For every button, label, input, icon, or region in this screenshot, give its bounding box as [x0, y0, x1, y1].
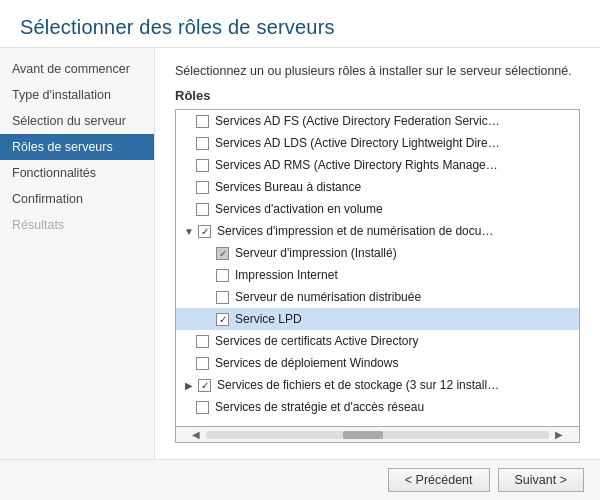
sidebar-item-selection[interactable]: Sélection du serveur [0, 108, 154, 134]
role-text-adfs: Services AD FS (Active Directory Federat… [215, 114, 500, 128]
checkbox-adrms[interactable] [196, 159, 209, 172]
sidebar: Avant de commencerType d'installationSél… [0, 48, 155, 459]
main-description: Sélectionnez un ou plusieurs rôles à ins… [175, 64, 580, 78]
role-text-adlds: Services AD LDS (Active Directory Lightw… [215, 136, 500, 150]
scroll-track [206, 431, 549, 439]
main-panel: Sélectionnez un ou plusieurs rôles à ins… [155, 48, 600, 459]
checkbox-numerisation_distribuee[interactable] [216, 291, 229, 304]
sidebar-item-type[interactable]: Type d'installation [0, 82, 154, 108]
role-item-impression_internet[interactable]: Impression Internet [176, 264, 579, 286]
scroll-thumb [343, 431, 383, 439]
role-item-fichiers[interactable]: ▶✓Services de fichiers et de stockage (3… [176, 374, 579, 396]
sidebar-item-fonctionnalites[interactable]: Fonctionnalités [0, 160, 154, 186]
role-item-adfs[interactable]: Services AD FS (Active Directory Federat… [176, 110, 579, 132]
roles-container: Services AD FS (Active Directory Federat… [175, 109, 580, 443]
content-area: Avant de commencerType d'installationSél… [0, 48, 600, 459]
checkbox-adfs[interactable] [196, 115, 209, 128]
role-text-service_lpd: Service LPD [235, 312, 302, 326]
role-text-impression_parent: Services d'impression et de numérisation… [217, 224, 493, 238]
role-text-activation: Services d'activation en volume [215, 202, 383, 216]
sidebar-item-roles[interactable]: Rôles de serveurs [0, 134, 154, 160]
role-text-serveur_impression: Serveur d'impression (Installé) [235, 246, 397, 260]
scroll-left-arrow[interactable]: ◀ [190, 429, 202, 440]
role-item-impression_parent[interactable]: ▼✓Services d'impression et de numérisati… [176, 220, 579, 242]
checkbox-impression_internet[interactable] [216, 269, 229, 282]
next-button[interactable]: Suivant > [498, 468, 584, 492]
roles-label: Rôles [175, 88, 580, 103]
sidebar-item-confirmation[interactable]: Confirmation [0, 186, 154, 212]
horizontal-scrollbar[interactable]: ◀ ▶ [176, 426, 579, 442]
role-item-deploiement[interactable]: Services de déploiement Windows [176, 352, 579, 374]
role-item-adlds[interactable]: Services AD LDS (Active Directory Lightw… [176, 132, 579, 154]
role-item-bureau[interactable]: Services Bureau à distance [176, 176, 579, 198]
role-text-deploiement: Services de déploiement Windows [215, 356, 398, 370]
role-item-serveur_impression[interactable]: ✓Serveur d'impression (Installé) [176, 242, 579, 264]
window: Sélectionner des rôles de serveurs Avant… [0, 0, 600, 500]
role-text-fichiers: Services de fichiers et de stockage (3 s… [217, 378, 499, 392]
role-item-activation[interactable]: Services d'activation en volume [176, 198, 579, 220]
prev-button[interactable]: < Précédent [388, 468, 490, 492]
checkbox-deploiement[interactable] [196, 357, 209, 370]
role-text-certificats: Services de certificats Active Directory [215, 334, 418, 348]
checkbox-bureau[interactable] [196, 181, 209, 194]
checkbox-strategie[interactable] [196, 401, 209, 414]
checkbox-activation[interactable] [196, 203, 209, 216]
role-text-bureau: Services Bureau à distance [215, 180, 361, 194]
expand-icon-fichiers[interactable]: ▶ [182, 378, 196, 392]
role-item-service_lpd[interactable]: ✓Service LPD [176, 308, 579, 330]
sidebar-item-resultats: Résultats [0, 212, 154, 238]
expand-icon-impression_parent[interactable]: ▼ [182, 224, 196, 238]
role-text-adrms: Services AD RMS (Active Directory Rights… [215, 158, 498, 172]
checkbox-adlds[interactable] [196, 137, 209, 150]
roles-list[interactable]: Services AD FS (Active Directory Federat… [176, 110, 579, 426]
footer: < Précédent Suivant > [0, 459, 600, 500]
scroll-right-arrow[interactable]: ▶ [553, 429, 565, 440]
role-item-adrms[interactable]: Services AD RMS (Active Directory Rights… [176, 154, 579, 176]
page-title: Sélectionner des rôles de serveurs [20, 16, 580, 39]
role-text-impression_internet: Impression Internet [235, 268, 338, 282]
role-text-numerisation_distribuee: Serveur de numérisation distribuée [235, 290, 421, 304]
checkbox-service_lpd[interactable]: ✓ [216, 313, 229, 326]
checkbox-serveur_impression[interactable]: ✓ [216, 247, 229, 260]
checkbox-impression_parent[interactable]: ✓ [198, 225, 211, 238]
role-item-strategie[interactable]: Services de stratégie et d'accès réseau [176, 396, 579, 418]
role-item-numerisation_distribuee[interactable]: Serveur de numérisation distribuée [176, 286, 579, 308]
checkbox-fichiers[interactable]: ✓ [198, 379, 211, 392]
title-bar: Sélectionner des rôles de serveurs [0, 0, 600, 48]
role-text-strategie: Services de stratégie et d'accès réseau [215, 400, 424, 414]
sidebar-item-avant[interactable]: Avant de commencer [0, 56, 154, 82]
checkbox-certificats[interactable] [196, 335, 209, 348]
role-item-certificats[interactable]: Services de certificats Active Directory [176, 330, 579, 352]
